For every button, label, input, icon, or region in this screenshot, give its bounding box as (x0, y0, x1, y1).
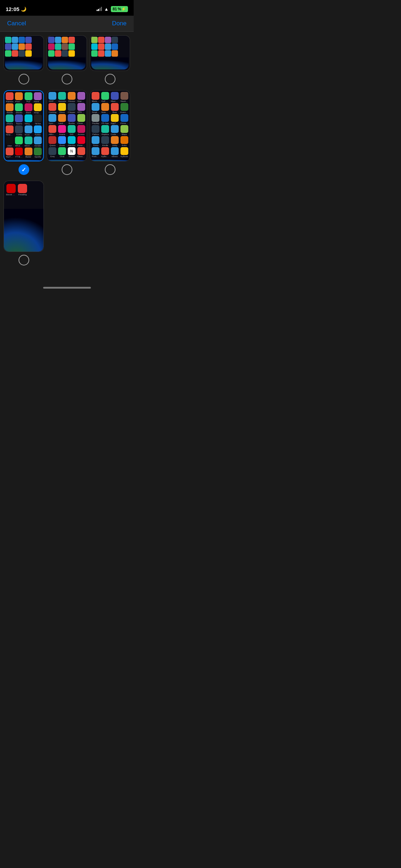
status-time: 12:05 🌙 (6, 6, 26, 12)
screen-thumb-5: 234Parts Vezeeta Fitness Sharp AI Cookin… (47, 90, 87, 161)
screen-thumb-3 (90, 35, 130, 71)
battery: 81%⚡ (111, 6, 128, 12)
screen-row-last: Ebook Reader Freading (4, 181, 130, 252)
screen-thumb-7: Ebook Reader Freading (4, 181, 44, 252)
cancel-button[interactable]: Cancel (7, 20, 26, 27)
scroll-area: Patreon Precious PvZ Random Reddit Sheet… (0, 32, 134, 283)
selection-row-2 (4, 164, 130, 175)
wifi-icon: ▲ (104, 6, 109, 12)
screen-row-full: Patreon Precious PvZ Random Reddit Sheet… (4, 90, 130, 161)
screen-item-7[interactable]: Ebook Reader Freading (4, 181, 44, 252)
screen-thumb-2 (47, 35, 87, 71)
screen-item-4[interactable]: Patreon Precious PvZ Random Reddit Sheet… (4, 90, 44, 161)
select-item-7[interactable] (4, 255, 44, 265)
screen-item-5[interactable]: 234Parts Vezeeta Fitness Sharp AI Cookin… (47, 90, 87, 161)
select-item-6[interactable] (90, 164, 130, 175)
status-bar: 12:05 🌙 ▲ 81%⚡ (0, 0, 134, 16)
select-item-1[interactable] (4, 74, 44, 84)
select-item-5[interactable] (47, 164, 87, 175)
screen-item-3[interactable] (90, 35, 130, 71)
screen-item-6[interactable]: MarioKart Golf Rival Mastodon Stashpad S… (90, 90, 130, 161)
select-circle-7[interactable] (19, 255, 29, 265)
select-circle-6[interactable] (105, 164, 115, 175)
moon-icon: 🌙 (21, 6, 26, 12)
action-bar: Cancel Done (0, 16, 134, 32)
selection-row-1 (4, 74, 130, 84)
screen-row-partial (4, 35, 130, 71)
select-item-4[interactable] (4, 164, 44, 175)
select-circle-1[interactable] (19, 74, 29, 84)
time-display: 12:05 (6, 6, 19, 12)
done-button[interactable]: Done (112, 20, 127, 27)
select-circle-2[interactable] (62, 74, 72, 84)
screen-thumb-6: MarioKart Golf Rival Mastodon Stashpad S… (90, 90, 130, 161)
home-indicator (43, 287, 91, 289)
screen-item-2[interactable] (47, 35, 87, 71)
select-circle-5[interactable] (62, 164, 72, 175)
select-circle-3[interactable] (105, 74, 115, 84)
signal-bars (97, 7, 102, 11)
select-item-3[interactable] (90, 74, 130, 84)
select-circle-4[interactable] (19, 164, 29, 175)
select-item-2[interactable] (47, 74, 87, 84)
screen-thumb-4: Patreon Precious PvZ Random Reddit Sheet… (4, 90, 44, 161)
selection-row-3 (4, 255, 130, 265)
screen-item-1[interactable] (4, 35, 44, 71)
screen-thumb-1 (4, 35, 44, 71)
status-right: ▲ 81%⚡ (97, 6, 128, 12)
